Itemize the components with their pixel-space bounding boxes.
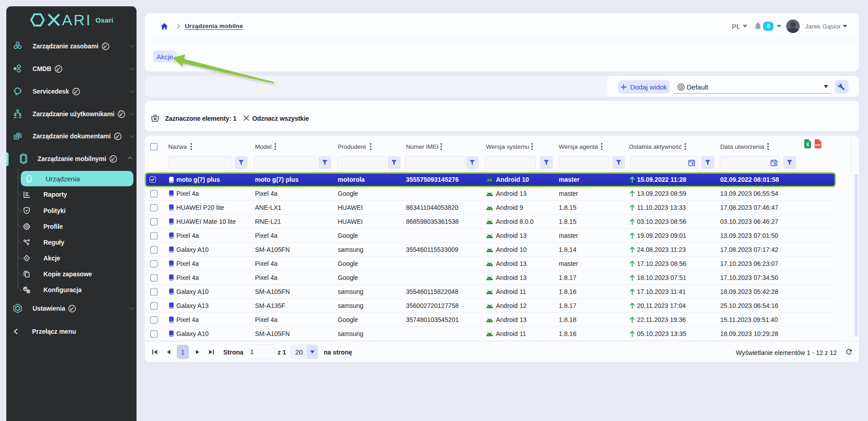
svg-text:X: X xyxy=(806,142,809,147)
svg-text:PDF: PDF xyxy=(815,143,821,147)
